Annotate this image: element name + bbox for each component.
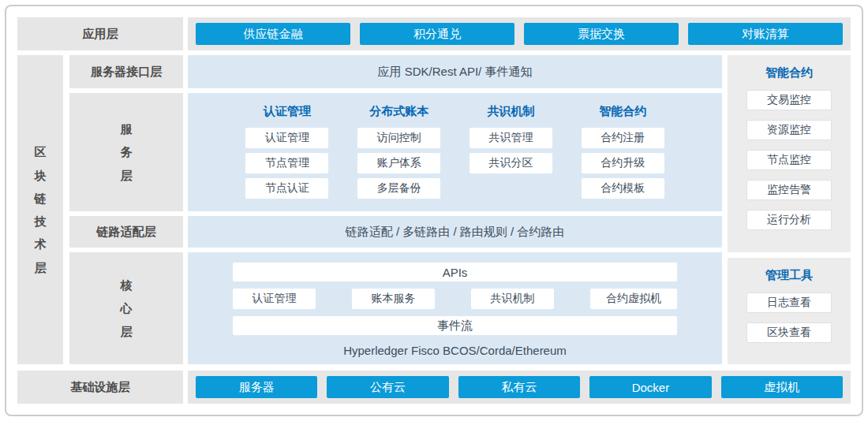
monitoring-panel: 智能合约 交易监控 资源监控 节点监控 监控告警 运行分析 <box>728 55 851 252</box>
app-item-reconciliation-settlement: 对账清算 <box>688 23 843 45</box>
service-column-auth-management: 认证管理 认证管理 节点管理 节点认证 <box>245 104 328 211</box>
service-column-distributed-ledger: 分布式账本 访问控制 账户体系 多层备份 <box>357 104 440 211</box>
infra-item-public-cloud: 公有云 <box>327 376 448 398</box>
service-item: 账户体系 <box>357 153 440 173</box>
sdk-rest-api-bar-text: 应用 SDK/Rest API/ 事件通知 <box>378 65 533 80</box>
service-column-consensus-mechanism: 共识机制 共识管理 共识分区 <box>470 104 552 211</box>
service-column-header: 共识机制 <box>487 104 534 118</box>
blockchain-platforms-text: Hyperledger Fisco BCOS/Corda/Ethereum <box>233 344 677 357</box>
core-item: 共识机制 <box>471 289 554 309</box>
sdk-rest-api-bar: 应用 SDK/Rest API/ 事件通知 <box>188 55 722 88</box>
link-adapter-layer-label: 链路适配层 <box>69 216 183 248</box>
service-item: 节点管理 <box>245 153 328 173</box>
infra-item-docker: Docker <box>589 376 711 398</box>
service-column-header: 分布式账本 <box>369 104 428 118</box>
management-tool-item: 区块查看 <box>746 322 832 343</box>
server-interface-layer-label: 服务器接口层 <box>69 55 183 88</box>
service-layer-label-text: 服务层 <box>119 117 133 187</box>
service-item: 共识管理 <box>470 128 552 148</box>
monitoring-panel-header: 智能合约 <box>765 65 813 80</box>
monitoring-item: 节点监控 <box>746 150 832 170</box>
monitoring-item: 资源监控 <box>746 120 832 140</box>
core-layer-label: 核心层 <box>69 252 183 364</box>
service-item: 节点认证 <box>245 178 328 199</box>
management-tools-panel-header: 管理工具 <box>765 268 813 282</box>
architecture-diagram: 应用层 供应链金融 积分通兑 票据交换 对账清算 区块链技术层 服务器接口层 服… <box>0 0 868 421</box>
event-stream-bar: 事件流 <box>233 316 677 335</box>
infrastructure-layer-label-text: 基础设施层 <box>71 380 130 395</box>
monitoring-item: 运行分析 <box>746 210 832 230</box>
application-layer-strip: 供应链金融 积分通兑 票据交换 对账清算 <box>188 17 851 50</box>
service-layer-label: 服务层 <box>69 93 183 211</box>
service-column-header: 认证管理 <box>264 104 311 118</box>
core-item: 账本服务 <box>352 289 435 309</box>
core-modules-row: 认证管理 账本服务 共识机制 合约虚拟机 <box>233 289 677 309</box>
management-tools-panel: 管理工具 日志查看 区块查看 <box>728 258 851 364</box>
service-item: 合约注册 <box>582 128 664 148</box>
service-item: 合约升级 <box>582 153 664 173</box>
service-item: 合约模板 <box>582 178 664 199</box>
core-item: 合约虚拟机 <box>590 289 677 309</box>
apis-bar: APIs <box>233 263 677 281</box>
link-adapter-bar: 链路适配 / 多链路由 / 路由规则 / 合约路由 <box>188 216 722 248</box>
monitoring-item: 交易监控 <box>746 90 832 110</box>
management-tool-item: 日志查看 <box>746 292 832 313</box>
service-column-header: 智能合约 <box>599 104 646 118</box>
link-adapter-layer-label-text: 链路适配层 <box>97 225 156 240</box>
server-interface-layer-label-text: 服务器接口层 <box>91 65 162 80</box>
infra-item-virtual-machine: 虚拟机 <box>721 376 843 398</box>
app-item-supply-chain-finance: 供应链金融 <box>196 23 350 45</box>
service-item: 多层备份 <box>357 178 440 199</box>
application-layer-label: 应用层 <box>17 17 183 50</box>
service-item: 共识分区 <box>470 153 552 173</box>
blockchain-tech-layer-label: 区块链技术层 <box>17 55 63 364</box>
service-item: 访问控制 <box>357 128 440 148</box>
core-item: 认证管理 <box>233 289 316 309</box>
app-item-bill-exchange: 票据交换 <box>524 23 679 45</box>
infrastructure-layer-label: 基础设施层 <box>17 371 183 404</box>
application-layer-label-text: 应用层 <box>83 27 118 42</box>
app-item-points-exchange: 积分通兑 <box>360 23 514 45</box>
service-layer-panel: 认证管理 认证管理 节点管理 节点认证 分布式账本 访问控制 账户体系 多层备份… <box>188 93 722 211</box>
infra-item-private-cloud: 私有云 <box>458 376 580 398</box>
core-layer-panel: APIs 认证管理 账本服务 共识机制 合约虚拟机 事件流 Hyperledge… <box>188 252 722 364</box>
service-item: 认证管理 <box>245 128 328 148</box>
core-layer-label-text: 核心层 <box>119 274 133 343</box>
monitoring-item: 监控告警 <box>746 180 832 200</box>
blockchain-tech-layer-label-text: 区块链技术层 <box>33 140 47 279</box>
infra-item-server: 服务器 <box>196 376 317 398</box>
service-column-smart-contract: 智能合约 合约注册 合约升级 合约模板 <box>582 104 664 211</box>
link-adapter-bar-text: 链路适配 / 多链路由 / 路由规则 / 合约路由 <box>346 225 565 240</box>
infrastructure-layer-strip: 服务器 公有云 私有云 Docker 虚拟机 <box>188 371 851 404</box>
